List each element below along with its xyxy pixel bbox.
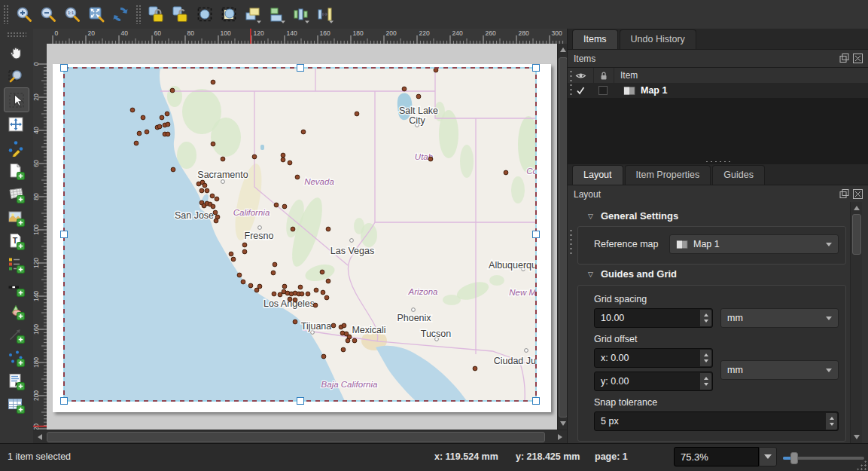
lock-checkbox[interactable]: [598, 86, 608, 95]
layout-canvas[interactable]: CaliforniaNevadaUtahArizonaNew MBaja Cal…: [47, 44, 557, 430]
close-panel-icon[interactable]: [853, 54, 863, 63]
panel-scroll-thumb[interactable]: [852, 214, 861, 255]
spinner-buttons[interactable]: [700, 373, 711, 390]
horizontal-scroll-thumb[interactable]: [47, 432, 545, 442]
add-shape-icon: [7, 302, 25, 320]
svg-text:Sacramento: Sacramento: [197, 170, 248, 180]
zoom-actual-button[interactable]: 1:1: [60, 3, 84, 26]
tab-item-properties[interactable]: Item Properties: [625, 165, 711, 185]
panel-drag-handle[interactable]: [569, 69, 573, 96]
deselect-all-button[interactable]: [217, 3, 241, 26]
selection-resize-handle[interactable]: [532, 64, 540, 72]
add-html-button[interactable]: [4, 369, 28, 393]
panel-drag-handle[interactable]: [569, 228, 573, 255]
pan-icon: [7, 44, 25, 62]
tab-undo-history[interactable]: Undo History: [620, 29, 696, 49]
snap-tolerance-value: 5 px: [601, 416, 619, 427]
grid-offset-x-input[interactable]: x: 0.00: [594, 348, 713, 368]
selection-resize-handle[interactable]: [60, 397, 68, 405]
scroll-down-arrow[interactable]: [854, 435, 860, 439]
pan-button[interactable]: [4, 41, 28, 64]
add-attribute-table-button[interactable]: [4, 393, 28, 416]
map-item[interactable]: CaliforniaNevadaUtahArizonaNew MBaja Cal…: [53, 64, 551, 412]
zoom-level-input[interactable]: 75.3%: [674, 447, 759, 466]
selection-resize-handle[interactable]: [60, 64, 68, 72]
distribute-selected-items-button[interactable]: [289, 3, 313, 26]
layout-panel-title: Layout: [574, 189, 601, 200]
panel-splitter-handle[interactable]: [705, 160, 732, 164]
select-move-item-button[interactable]: [4, 87, 29, 112]
add-page-button[interactable]: [4, 159, 28, 182]
scroll-right-arrow[interactable]: [558, 434, 562, 440]
add-scalebar-button[interactable]: [4, 276, 28, 299]
select-all-button[interactable]: [193, 3, 217, 26]
visible-checkmark[interactable]: [576, 86, 586, 95]
grid-spacing-input[interactable]: 10.00: [594, 308, 713, 328]
refresh-view-button[interactable]: [108, 3, 132, 26]
selection-resize-handle[interactable]: [60, 231, 68, 238]
zoom-tool-button[interactable]: [4, 64, 28, 87]
scroll-down-arrow[interactable]: [560, 421, 566, 426]
toolbar-grip[interactable]: [136, 5, 142, 24]
float-panel-icon[interactable]: [839, 189, 849, 199]
zoom-tool-icon: [7, 67, 25, 85]
toolbar-grip[interactable]: [3, 5, 9, 24]
layout-panel-scrollbar[interactable]: [850, 202, 862, 443]
svg-text:120: 120: [254, 29, 264, 37]
scroll-up-arrow[interactable]: [854, 206, 860, 210]
toolbar-grip[interactable]: [7, 32, 26, 38]
canvas-horizontal-scrollbar[interactable]: [33, 430, 567, 444]
float-panel-icon[interactable]: [839, 54, 849, 63]
tab-guides[interactable]: Guides: [712, 165, 765, 185]
zoom-out-button[interactable]: [36, 3, 60, 26]
window-resize-grip[interactable]: [856, 460, 866, 470]
svg-text:40: 40: [33, 127, 40, 134]
snap-tolerance-input[interactable]: 5 px: [594, 411, 839, 431]
add-arrow-button[interactable]: [4, 323, 28, 346]
add-map-button[interactable]: [4, 182, 28, 206]
zoom-combo-button[interactable]: [759, 447, 777, 466]
scroll-left-arrow[interactable]: [38, 434, 42, 440]
tab-items[interactable]: Items: [572, 29, 618, 49]
zoom-in-button[interactable]: [12, 3, 36, 26]
canvas-vertical-scrollbar[interactable]: [557, 44, 568, 430]
collapse-triangle-icon: ▽: [588, 213, 593, 220]
spinner-buttons[interactable]: [826, 413, 837, 430]
page-1-paper[interactable]: CaliforniaNevadaUtahArizonaNew MBaja Cal…: [53, 64, 551, 412]
align-selected-items-button[interactable]: [265, 3, 289, 26]
grid-spacing-unit-combo[interactable]: mm: [720, 308, 839, 328]
svg-text:100: 100: [33, 225, 40, 235]
general-settings-section[interactable]: ▽ General Settings: [588, 210, 678, 222]
grid-offset-unit-combo[interactable]: mm: [720, 360, 839, 380]
resize-selected-items-button[interactable]: [313, 3, 337, 26]
tab-layout[interactable]: Layout: [572, 165, 623, 185]
add-picture-button[interactable]: [4, 206, 28, 229]
selection-resize-handle[interactable]: [532, 397, 540, 405]
spinner-buttons[interactable]: [700, 350, 711, 366]
edit-nodes-item-button[interactable]: [4, 136, 28, 159]
selection-resize-handle[interactable]: [532, 231, 540, 238]
close-panel-icon[interactable]: [853, 189, 863, 199]
selection-resize-handle[interactable]: [297, 64, 304, 72]
item-row-map1[interactable]: Map 1: [568, 83, 868, 98]
add-label-button[interactable]: T: [4, 229, 28, 252]
guides-and-grid-section[interactable]: ▽ Guides and Grid: [588, 268, 677, 280]
unlock-all-button[interactable]: [169, 3, 193, 26]
add-shape-button[interactable]: [4, 299, 28, 323]
add-page-icon: [7, 162, 25, 180]
svg-text:160: 160: [33, 324, 40, 335]
raise-selected-items-button[interactable]: [241, 3, 265, 26]
svg-text:180: 180: [33, 357, 40, 368]
scroll-up-arrow[interactable]: [560, 47, 566, 52]
visibility-column-eye-icon: [575, 72, 586, 80]
reference-map-combo[interactable]: Map 1: [669, 234, 839, 254]
zoom-full-button[interactable]: [84, 3, 108, 26]
selection-resize-handle[interactable]: [297, 397, 304, 405]
zoom-slider-handle[interactable]: [790, 452, 798, 464]
add-node-item-button[interactable]: [4, 346, 28, 369]
lock-selected-items-button[interactable]: [145, 3, 169, 26]
move-item-content-button[interactable]: [4, 112, 28, 136]
grid-offset-y-input[interactable]: y: 0.00: [594, 372, 713, 391]
add-legend-button[interactable]: [4, 252, 28, 276]
spinner-buttons[interactable]: [700, 310, 711, 326]
